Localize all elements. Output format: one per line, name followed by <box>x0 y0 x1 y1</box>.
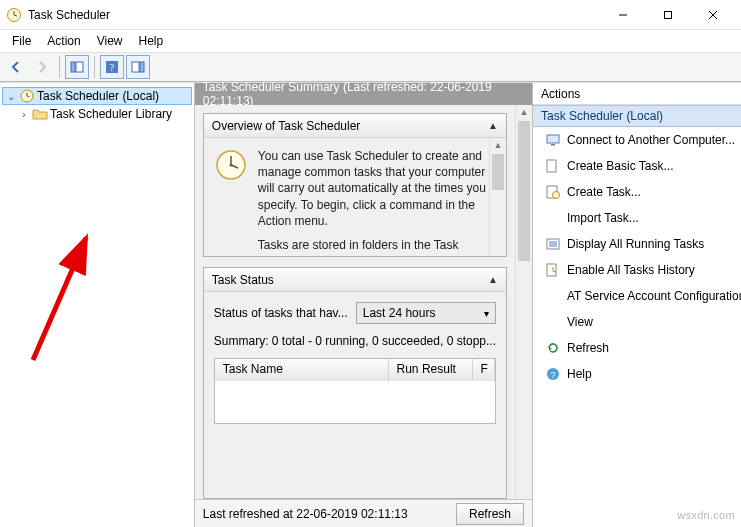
action-import[interactable]: Import Task... <box>533 205 741 231</box>
svg-rect-20 <box>547 135 559 143</box>
clock-icon <box>19 88 35 104</box>
toolbar-separator <box>59 56 60 78</box>
task-status-header[interactable]: Task Status ▲ <box>204 268 506 292</box>
help-icon: ? <box>545 366 561 382</box>
status-footer: Last refreshed at 22-06-2019 02:11:13 Re… <box>195 499 532 527</box>
forward-button[interactable] <box>30 55 54 79</box>
tree-library[interactable]: › Task Scheduler Library <box>2 105 192 123</box>
action-at-service[interactable]: AT Service Account Configuration <box>533 283 741 309</box>
toolbar: ? <box>0 52 741 82</box>
task-status-label: Status of tasks that hav... <box>214 306 348 320</box>
svg-text:?: ? <box>550 370 555 380</box>
overview-title: Overview of Task Scheduler <box>212 119 361 133</box>
chevron-up-icon: ▲ <box>488 120 498 131</box>
action-enable-history[interactable]: Enable All Tasks History <box>533 257 741 283</box>
menu-action[interactable]: Action <box>39 31 88 51</box>
svg-rect-12 <box>140 62 144 72</box>
action-connect[interactable]: Connect to Another Computer... <box>533 127 741 153</box>
task-status-summary: Summary: 0 total - 0 running, 0 succeede… <box>214 334 496 348</box>
tree-root-label: Task Scheduler (Local) <box>37 89 159 103</box>
svg-rect-11 <box>132 62 139 72</box>
svg-rect-7 <box>71 62 75 72</box>
titlebar: Task Scheduler <box>0 0 741 30</box>
task-status-group: Task Status ▲ Status of tasks that hav..… <box>203 267 507 499</box>
action-create-basic[interactable]: Create Basic Task... <box>533 153 741 179</box>
tree-root[interactable]: ⌄ Task Scheduler (Local) <box>2 87 192 105</box>
table-header: Task Name Run Result F <box>215 359 495 381</box>
action-display-running[interactable]: Display All Running Tasks <box>533 231 741 257</box>
show-hide-action-pane-button[interactable] <box>126 55 150 79</box>
expand-icon[interactable]: ⌄ <box>5 91 17 102</box>
tree-library-label: Task Scheduler Library <box>50 107 172 121</box>
action-view[interactable]: View <box>533 309 741 335</box>
chevron-down-icon: ▾ <box>484 308 489 319</box>
app-icon <box>6 7 22 23</box>
summary-pane: Task Scheduler Summary (Last refreshed: … <box>195 83 532 527</box>
svg-rect-22 <box>547 160 556 172</box>
back-button[interactable] <box>4 55 28 79</box>
task-table: Task Name Run Result F <box>214 358 496 424</box>
menu-view[interactable]: View <box>89 31 131 51</box>
svg-point-19 <box>229 164 232 167</box>
navigation-tree: ⌄ Task Scheduler (Local) › Task Schedule… <box>0 83 195 527</box>
svg-point-24 <box>553 192 560 199</box>
action-help[interactable]: ?Help <box>533 361 741 387</box>
actions-section: Task Scheduler (Local) <box>533 105 741 127</box>
close-button[interactable] <box>690 1 735 29</box>
menu-file[interactable]: File <box>4 31 39 51</box>
window-title: Task Scheduler <box>28 8 600 22</box>
expand-icon[interactable]: › <box>18 109 30 120</box>
clock-icon <box>214 148 248 182</box>
svg-rect-8 <box>76 62 83 72</box>
scrollbar[interactable]: ▲ <box>515 105 532 499</box>
svg-rect-21 <box>551 144 555 146</box>
refresh-icon <box>545 340 561 356</box>
maximize-button[interactable] <box>645 1 690 29</box>
time-range-dropdown[interactable]: Last 24 hours ▾ <box>356 302 496 324</box>
watermark: wsxdn.com <box>677 509 735 521</box>
col-extra[interactable]: F <box>473 359 495 381</box>
time-range-value: Last 24 hours <box>363 306 436 320</box>
minimize-button[interactable] <box>600 1 645 29</box>
history-icon <box>545 262 561 278</box>
menubar: File Action View Help <box>0 30 741 52</box>
last-refreshed-text: Last refreshed at 22-06-2019 02:11:13 <box>203 507 408 521</box>
task-status-title: Task Status <box>212 273 274 287</box>
svg-text:?: ? <box>110 62 115 73</box>
action-refresh[interactable]: Refresh <box>533 335 741 361</box>
col-run-result[interactable]: Run Result <box>389 359 473 381</box>
toolbar-separator <box>94 56 95 78</box>
show-hide-tree-button[interactable] <box>65 55 89 79</box>
svg-rect-29 <box>547 264 556 276</box>
folder-icon <box>32 106 48 122</box>
list-icon <box>545 236 561 252</box>
view-icon <box>545 314 561 330</box>
help-button[interactable]: ? <box>100 55 124 79</box>
actions-title: Actions <box>533 83 741 105</box>
summary-header: Task Scheduler Summary (Last refreshed: … <box>195 83 532 105</box>
overview-group: Overview of Task Scheduler ▲ You can use… <box>203 113 507 257</box>
import-icon <box>545 210 561 226</box>
menu-help[interactable]: Help <box>131 31 172 51</box>
overview-header[interactable]: Overview of Task Scheduler ▲ <box>204 114 506 138</box>
wizard-icon <box>545 158 561 174</box>
account-icon <box>545 288 561 304</box>
overview-text: You can use Task Scheduler to create and… <box>258 148 496 250</box>
action-create-task[interactable]: Create Task... <box>533 179 741 205</box>
scrollbar[interactable]: ▲ <box>489 138 506 256</box>
computer-icon <box>545 132 561 148</box>
svg-rect-4 <box>664 11 671 18</box>
col-task-name[interactable]: Task Name <box>215 359 389 381</box>
main-area: ⌄ Task Scheduler (Local) › Task Schedule… <box>0 82 741 527</box>
refresh-button[interactable]: Refresh <box>456 503 524 525</box>
task-icon <box>545 184 561 200</box>
actions-pane: Actions Task Scheduler (Local) Connect t… <box>532 83 741 527</box>
chevron-up-icon: ▲ <box>488 274 498 285</box>
